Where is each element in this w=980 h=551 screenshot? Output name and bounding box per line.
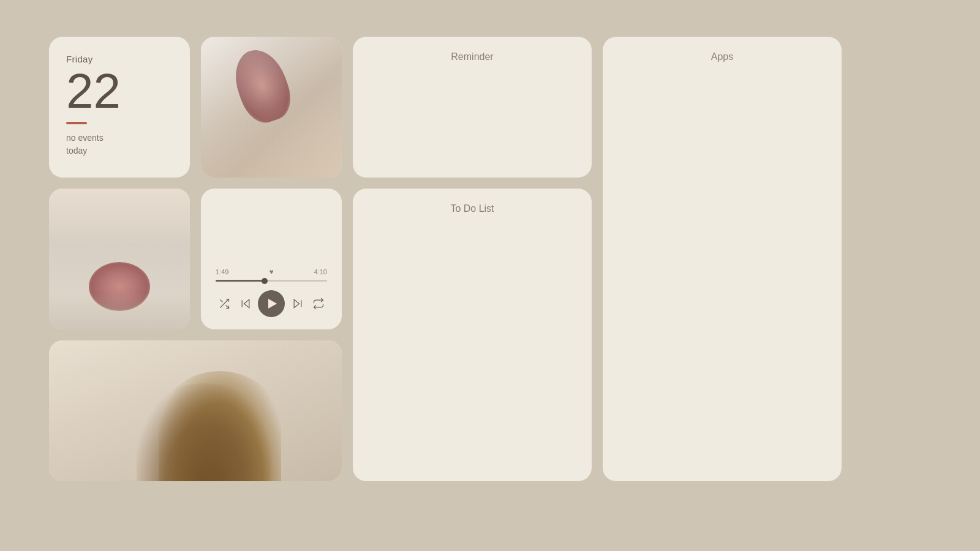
progress-track[interactable] [216,280,327,282]
play-icon [268,299,277,309]
dashboard: Friday 22 no events today Reminder Apps … [49,37,931,514]
calendar-day-label: Friday [66,54,173,64]
no-events-line1: no events [66,133,104,143]
reminder-title: Reminder [451,51,493,62]
svg-marker-5 [294,299,299,307]
apps-widget[interactable]: Apps [603,37,842,481]
shuffle-button[interactable] [216,295,233,312]
next-icon [292,298,304,310]
photo-dried-image [49,340,342,481]
music-widget[interactable]: 1:49 ♥ 4:10 [201,189,342,329]
calendar-widget: Friday 22 no events today [49,37,190,178]
calendar-events: no events today [66,132,173,157]
photo-widget-dried [49,340,342,481]
photo-tulip-image [201,37,342,178]
previous-button[interactable] [237,295,254,312]
reminder-widget[interactable]: Reminder [353,37,592,178]
todo-title: To Do List [450,203,494,214]
progress-times: 1:49 ♥ 4:10 [216,268,327,276]
previous-icon [239,298,252,310]
repeat-icon [312,298,325,310]
progress-bar-container: 1:49 ♥ 4:10 [216,268,327,282]
photo-widget-tulip [201,37,342,178]
time-current: 1:49 [216,268,228,276]
music-controls [216,290,327,317]
shuffle-icon [218,298,230,310]
repeat-button[interactable] [310,295,327,312]
calendar-divider [66,122,87,124]
progress-fill [216,280,265,282]
svg-line-2 [220,299,222,302]
todo-widget[interactable]: To Do List [353,189,592,481]
photo-widget-peony [49,189,190,329]
progress-thumb [262,278,268,284]
photo-peony-image [49,189,190,329]
no-events-line2: today [66,146,87,156]
next-button[interactable] [289,295,306,312]
play-button[interactable] [258,290,285,317]
svg-marker-3 [244,299,249,307]
heart-icon: ♥ [269,268,273,276]
time-total: 4:10 [314,268,327,276]
svg-line-1 [226,305,229,309]
calendar-date-number: 22 [66,67,173,116]
apps-title: Apps [711,51,733,62]
